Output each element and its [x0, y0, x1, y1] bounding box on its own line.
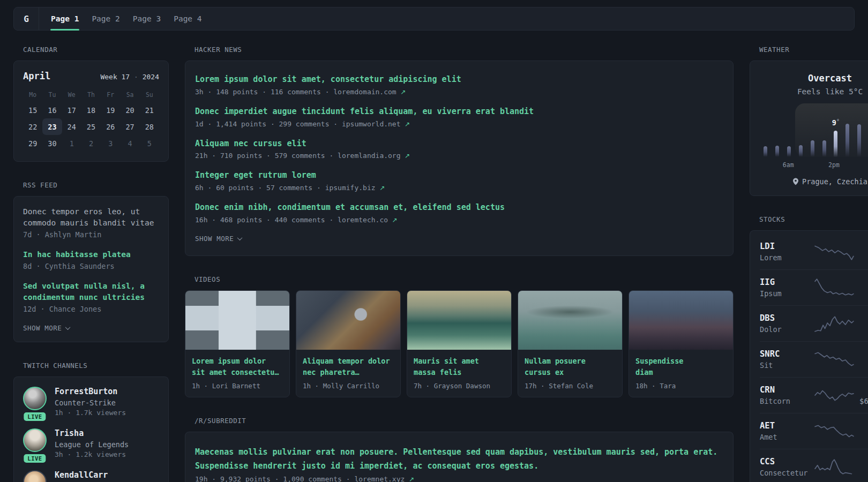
calendar-day: 27 [120, 118, 139, 135]
hn-story-stats: 21h · 710 points · 579 comments · [195, 152, 338, 160]
subreddit-post-title[interactable]: Maecenas mollis pulvinar erat non posuer… [195, 445, 723, 473]
hn-story-title[interactable]: Donec imperdiet augue tincidunt felis al… [195, 106, 723, 118]
twitch-channel-name[interactable]: ForrestBurton [55, 387, 126, 396]
calendar-day: 29 [23, 135, 42, 152]
calendar-weekday: Su [140, 91, 159, 99]
video-thumbnail[interactable] [407, 291, 511, 350]
rss-item-meta: 8d · Cynthia Saunders [23, 262, 159, 270]
hn-story: Integer eget rutrum lorem 6h · 60 points… [195, 170, 723, 192]
hn-story-domain[interactable]: loremlandia.org [338, 152, 400, 160]
external-link-icon: ↗ [405, 120, 410, 128]
stock-row[interactable]: LDILorem +4.35%$795.18 [760, 234, 868, 270]
nav-tab-page-2[interactable]: Page 2 [85, 7, 126, 30]
stock-row[interactable]: CRNBitcorn -1.00%$66,171.48 [760, 378, 868, 413]
hn-show-more-button[interactable]: SHOW MORE [195, 235, 723, 243]
stock-price: $66,171.48 [859, 397, 868, 405]
stock-ticker[interactable]: IIG [760, 277, 809, 287]
weather-hour-label [817, 161, 828, 169]
hn-story-domain[interactable]: loremdomain.com [333, 88, 396, 96]
video-thumbnail[interactable] [518, 291, 622, 350]
stock-row[interactable]: SNRCSit +1.36%$148.64 [760, 342, 868, 378]
calendar-day: 4 [120, 135, 139, 152]
stock-price: $156.28 [859, 325, 868, 334]
twitch-channel-row[interactable]: LIVE Trisha League of Legends 3h · 1.2k … [23, 428, 159, 458]
stock-sparkline [814, 386, 854, 405]
calendar-day: 5 [140, 135, 159, 152]
video-thumbnail[interactable] [296, 291, 400, 350]
nav-tabs: Page 1 Page 2 Page 3 Page 4 [39, 7, 208, 30]
rss-item-title[interactable]: In hac habitasse platea [23, 249, 159, 260]
rss-show-more-button[interactable]: SHOW MORE [23, 324, 159, 332]
twitch-channel-row[interactable]: LIVE KendallCarr [23, 470, 159, 482]
hn-story-domain[interactable]: ipsumify.biz [325, 184, 376, 192]
stock-ticker[interactable]: CRN [760, 385, 809, 395]
video-meta: 17h · Stefan Cole [525, 382, 616, 390]
stock-ticker[interactable]: CCS [760, 457, 809, 466]
stock-price: $148.64 [859, 361, 868, 370]
video-card[interactable]: Aliquam tempor dolornec pharetra… 1h · M… [296, 290, 401, 397]
weather-hour-label [805, 161, 817, 169]
external-link-icon: ↗ [392, 216, 398, 224]
external-link-icon: ↗ [409, 476, 414, 482]
nav-tab-page-1[interactable]: Page 1 [44, 7, 85, 30]
twitch-channel-category: League of Legends [55, 440, 129, 449]
stock-ticker[interactable]: AET [760, 421, 809, 431]
stock-name: Ipsum [760, 289, 809, 298]
hn-story: Lorem ipsum dolor sit amet, consectetur … [195, 74, 723, 96]
calendar-day: 26 [101, 118, 120, 135]
video-title[interactable]: Mauris sit ametmassa felis [414, 356, 505, 378]
external-link-icon: ↗ [401, 88, 406, 96]
video-title[interactable]: Suspendissediam [635, 356, 727, 378]
stock-price: $795.18 [859, 253, 868, 262]
app-logo[interactable]: G [14, 7, 39, 30]
stock-ticker[interactable]: LDI [760, 242, 809, 251]
twitch-channel-name[interactable]: Trisha [55, 428, 129, 438]
stock-name: Dolor [760, 325, 809, 334]
video-meta: 1h · Molly Carrillo [303, 382, 394, 390]
avatar [23, 428, 47, 452]
stock-name: Sit [760, 361, 809, 370]
hn-story-title[interactable]: Integer eget rutrum lorem [195, 170, 723, 182]
hn-story-title[interactable]: Lorem ipsum dolor sit amet, consectetur … [195, 74, 723, 86]
twitch-channel-row[interactable]: LIVE ForrestBurton Counter-Strike 1h · 1… [23, 387, 159, 417]
stock-row[interactable]: DBSDolor +1.42%$156.28 [760, 306, 868, 342]
videos-row: Lorem ipsum dolorsit amet consectetu… 1h… [185, 290, 734, 397]
stocks-label: STOCKS [759, 215, 868, 223]
twitch-channel-category: Counter-Strike [55, 398, 126, 407]
weather-bar [760, 146, 772, 157]
stock-price: $165.84 [859, 469, 868, 477]
rss-item-title[interactable]: Donec tempor eros leo, ut commodo mauris… [23, 206, 159, 229]
stock-ticker[interactable]: DBS [760, 313, 809, 323]
video-thumbnail[interactable] [185, 291, 289, 350]
avatar [23, 470, 47, 482]
hn-story-title[interactable]: Donec enim nibh, condimentum et accumsan… [195, 202, 723, 214]
hn-story-title[interactable]: Aliquam nec cursus elit [195, 138, 723, 150]
rss-item: Donec tempor eros leo, ut commodo mauris… [23, 206, 159, 239]
video-card[interactable]: Mauris sit ametmassa felis 7h · Grayson … [407, 290, 512, 397]
nav-tab-page-3[interactable]: Page 3 [126, 7, 167, 30]
stock-sparkline [814, 421, 854, 441]
twitch-channel-name[interactable]: KendallCarr [55, 470, 108, 480]
stock-row[interactable]: CCSConsectetur +0.51%$165.84 [760, 449, 868, 482]
hn-story-meta: 3h · 148 points · 116 comments · loremdo… [195, 88, 723, 96]
weather-hour-label: 2pm [828, 161, 840, 169]
hn-story-domain[interactable]: loremtech.co [338, 216, 388, 224]
video-title[interactable]: Aliquam tempor dolornec pharetra… [303, 356, 394, 378]
video-thumbnail[interactable] [629, 291, 733, 350]
stock-row[interactable]: AETAmet +0.92%$499.72 [760, 413, 868, 449]
video-title[interactable]: Nullam posuerecursus ex [525, 356, 616, 378]
stock-ticker[interactable]: SNRC [760, 349, 809, 359]
subreddit-post-domain[interactable]: loremnet.xyz [354, 475, 405, 482]
calendar-day: 28 [140, 118, 159, 135]
video-card[interactable]: Nullam posuerecursus ex 17h · Stefan Col… [518, 290, 623, 397]
video-card[interactable]: Suspendissediam 18h · Tara [628, 290, 734, 397]
rss-item-title[interactable]: Sed volutpat nulla nisl, a condimentum n… [23, 281, 159, 303]
nav-tab-page-4[interactable]: Page 4 [167, 7, 208, 30]
hn-story-meta: 21h · 710 points · 579 comments · loreml… [195, 152, 723, 160]
video-card[interactable]: Lorem ipsum dolorsit amet consectetu… 1h… [185, 290, 290, 397]
calendar-year: 2024 [143, 73, 159, 81]
hn-story-domain[interactable]: ipsumworld.net [342, 120, 401, 128]
video-title[interactable]: Lorem ipsum dolorsit amet consectetu… [192, 356, 283, 378]
stock-row[interactable]: IIGIpsum +2.84%$42.04 [760, 270, 868, 306]
weather-bar [842, 124, 854, 157]
